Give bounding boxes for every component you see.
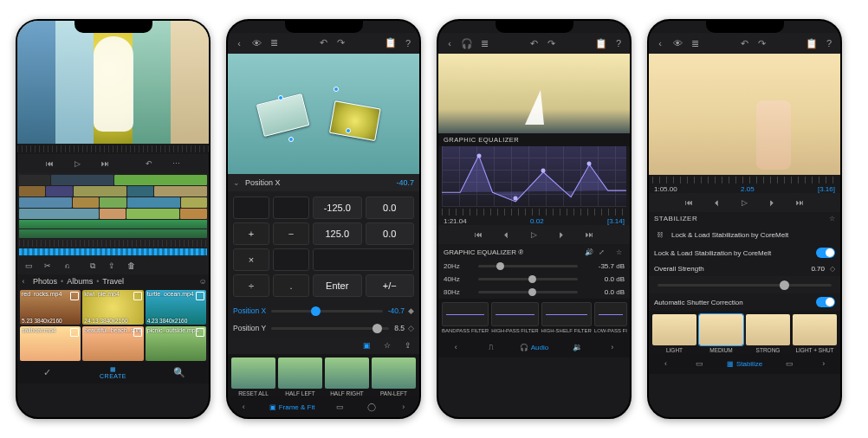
key-div[interactable]: ÷ [233, 274, 269, 297]
tab-albums[interactable]: Albums [67, 277, 93, 286]
transform-handle[interactable] [288, 137, 294, 142]
clipboard-icon[interactable]: 📋 [806, 37, 818, 49]
preset[interactable]: LIGHT + SHUT [793, 314, 837, 353]
eq-graph[interactable] [442, 146, 626, 207]
tab-travel[interactable]: Travel [102, 277, 124, 286]
key-val[interactable]: 0.0 [366, 222, 415, 245]
key-plus[interactable]: + [233, 222, 269, 245]
undo-icon[interactable]: ↶ [143, 158, 155, 170]
next-clip-icon[interactable]: ⏭ [100, 158, 112, 170]
nav-back-icon[interactable]: ‹ [450, 341, 462, 353]
select-icon[interactable]: ▭ [23, 260, 35, 272]
eye-icon[interactable]: 👁 [250, 37, 262, 49]
position-x-slider[interactable]: Position X -40.7 ◆ [228, 302, 419, 319]
preset[interactable]: BANDPASS FILTER [442, 302, 489, 333]
expand-icon[interactable]: ⤢ [595, 246, 607, 258]
play-icon[interactable]: ▷ [739, 196, 751, 209]
help-icon[interactable]: ? [823, 37, 835, 49]
key-plusminus[interactable]: +/− [366, 274, 415, 297]
transform-handle[interactable] [278, 95, 283, 100]
keyframe-icon[interactable]: ◆ [408, 306, 414, 315]
key-blank[interactable] [313, 248, 414, 271]
thumb[interactable]: sailboat.mp4 [20, 326, 81, 361]
stabilize-button[interactable]: ▦Stabilize [727, 360, 762, 368]
layer-b[interactable] [328, 100, 380, 141]
star-icon[interactable]: ☆ [612, 246, 625, 258]
strength-slider[interactable] [649, 276, 840, 293]
back-icon[interactable]: ‹ [654, 37, 666, 49]
nav-back-icon[interactable]: ‹ [659, 357, 671, 370]
stabilizer-engine-row[interactable]: ⛓ Lock & Load Stabilization by CoreMelt [649, 225, 840, 244]
key-val[interactable]: -125.0 [313, 196, 362, 219]
mask-icon[interactable]: ▭ [334, 401, 347, 413]
eye-icon[interactable]: 👁 [671, 37, 683, 49]
redo-icon[interactable]: ↷ [335, 37, 347, 49]
star-icon[interactable]: ☆ [829, 215, 836, 222]
redo-icon[interactable]: ↷ [756, 37, 768, 49]
video-preview[interactable] [649, 54, 840, 175]
audio-track-1[interactable] [19, 220, 207, 229]
play-icon[interactable]: ▷ [72, 158, 84, 170]
prev-clip-icon[interactable]: ⏮ [44, 158, 56, 170]
trash-icon[interactable]: 🗑 [125, 260, 137, 272]
skip-end-icon[interactable]: ⏭ [794, 196, 806, 209]
play-icon[interactable]: ▷ [528, 229, 541, 241]
key-val[interactable]: 0.0 [366, 196, 415, 219]
export-icon[interactable]: ⇪ [106, 260, 118, 272]
transform-handle[interactable] [346, 128, 351, 133]
smiley-icon[interactable]: ☺ [197, 275, 209, 287]
thumb[interactable]: kiwi_pie.mp424.13 3840x2160 [82, 290, 143, 325]
nav-fwd-icon[interactable]: › [606, 341, 619, 353]
key-val[interactable]: 125.0 [313, 222, 362, 245]
audio-track-2[interactable] [19, 229, 207, 238]
stack-icon[interactable]: ≣ [478, 37, 490, 49]
timeline[interactable] [17, 173, 209, 257]
undo-icon[interactable]: ↶ [528, 37, 541, 49]
preset[interactable]: HIGH-SHELF FILTER [541, 302, 592, 333]
preset[interactable]: MEDIUM [699, 314, 743, 353]
tool-icon[interactable]: ▭ [784, 357, 796, 370]
clipboard-icon[interactable]: 📋 [595, 37, 607, 49]
copy-icon[interactable]: ⧉ [87, 260, 99, 272]
speaker-icon[interactable]: 🔊 [583, 246, 595, 258]
volume-icon[interactable]: 🔉 [572, 341, 584, 353]
keyframe-icon[interactable]: ◇ [408, 324, 414, 332]
star-icon[interactable]: ☆ [381, 339, 393, 351]
stack-icon[interactable]: ≣ [689, 37, 701, 49]
audio-waveform[interactable] [19, 248, 207, 255]
stack-icon[interactable]: ≣ [268, 37, 280, 49]
thumb[interactable]: picnic_outside.mp4 [146, 326, 206, 361]
check-icon[interactable]: ✓ [41, 366, 53, 378]
back-icon[interactable]: ‹ [444, 37, 456, 49]
key-enter[interactable]: Enter [313, 274, 362, 297]
search-icon[interactable]: 🔍 [173, 366, 185, 378]
preset[interactable]: LIGHT [652, 314, 696, 353]
position-y-slider[interactable]: Position Y 8.5 ◇ [228, 319, 419, 337]
mixer-icon[interactable]: ⎍ [484, 341, 496, 353]
video-preview[interactable] [17, 21, 209, 144]
frame-fit-button[interactable]: ▣Frame & Fit [269, 403, 315, 411]
video-preview[interactable] [438, 54, 630, 133]
position-x-row[interactable]: ⌄ Position X -40.7 [228, 174, 419, 191]
key-minus[interactable]: − [273, 222, 309, 245]
key-times[interactable]: × [233, 248, 269, 271]
preset[interactable]: RESET ALL [231, 357, 275, 396]
timeline-ruler[interactable] [17, 145, 209, 152]
video-preview[interactable] [228, 54, 419, 174]
crop-icon[interactable]: ▣ [360, 339, 372, 351]
step-back-icon[interactable]: ⏴ [501, 229, 513, 241]
band-row[interactable]: 20Hz -35.7 dB [438, 260, 630, 273]
nav-back-icon[interactable]: ‹ [237, 401, 249, 413]
create-button[interactable]: ▦ CREATE [100, 366, 126, 379]
key-blank[interactable] [233, 196, 269, 219]
cut-icon[interactable]: ✂ [42, 260, 54, 272]
skip-end-icon[interactable]: ⏭ [584, 229, 596, 241]
help-icon[interactable]: ? [402, 37, 414, 49]
transform-handle[interactable] [334, 87, 339, 92]
step-fwd-icon[interactable]: ⏵ [767, 196, 779, 209]
skip-start-icon[interactable]: ⏮ [683, 196, 696, 209]
shutter-toggle[interactable] [816, 297, 835, 307]
stabilizer-toggle[interactable] [816, 248, 835, 258]
share-icon[interactable]: ⇪ [402, 339, 414, 351]
preset[interactable]: HIGH-PASS FILTER [491, 302, 538, 333]
